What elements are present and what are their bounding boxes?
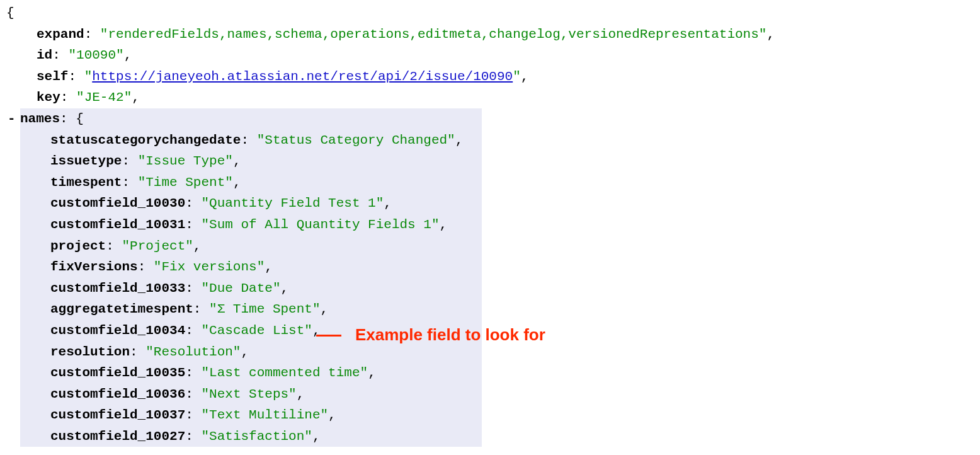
json-key: resolution (50, 345, 130, 359)
json-string: "Time Spent" (138, 175, 233, 190)
json-key: expand (37, 27, 84, 42)
json-key: customfield_10036 (50, 387, 185, 401)
json-key: fixVersions (50, 260, 138, 274)
json-string: "Due Date" (201, 281, 280, 296)
names-row: customfield_10036: "Next Steps", (20, 384, 463, 405)
row-expand: expand: "renderedFields,names,schema,ope… (0, 24, 980, 45)
names-row: aggregatetimespent: "Σ Time Spent", (20, 299, 463, 320)
brace-open: { (0, 3, 980, 24)
names-row: customfield_10035: "Last commented time"… (20, 362, 463, 384)
json-string: "Last commented time" (201, 366, 368, 380)
json-string: "Sum of All Quantity Fields 1" (201, 217, 439, 232)
json-string: "https://janeyeoh.atlassian.net/rest/api… (84, 69, 521, 84)
json-string: "Quantity Field Test 1" (201, 196, 384, 210)
json-string: "Text Multiline" (201, 408, 328, 422)
names-row: customfield_10033: "Due Date", (20, 278, 463, 299)
json-key: customfield_10030 (50, 196, 185, 210)
json-key: customfield_10033 (50, 281, 185, 296)
row-self: self: "https://janeyeoh.atlassian.net/re… (0, 66, 980, 88)
json-string: "Fix versions" (154, 260, 265, 274)
json-string: "Status Category Changed" (257, 133, 455, 147)
json-key: key (37, 90, 60, 105)
collapse-toggle-icon[interactable]: - (8, 108, 16, 130)
json-key: issuetype (50, 154, 122, 168)
json-key: timespent (50, 175, 122, 190)
json-string: "JE-42" (76, 90, 132, 105)
json-string: "Resolution" (145, 345, 241, 359)
json-string: "Cascade List" (201, 323, 312, 338)
json-string: "Project" (122, 239, 193, 253)
names-row: timespent: "Time Spent", (20, 172, 463, 193)
self-link[interactable]: https://janeyeoh.atlassian.net/rest/api/… (92, 69, 513, 84)
names-row: customfield_10027: "Satisfaction", (20, 426, 463, 447)
json-key: aggregatetimespent (50, 302, 193, 316)
names-row: customfield_10031: "Sum of All Quantity … (20, 214, 463, 236)
json-string: "Issue Type" (138, 154, 233, 168)
json-key: customfield_10037 (50, 408, 185, 422)
json-key: customfield_10031 (50, 217, 185, 232)
json-string: "renderedFields,names,schema,operations,… (100, 27, 767, 42)
json-string: "Satisfaction" (201, 429, 312, 444)
row-id: id: "10090", (0, 45, 980, 66)
names-row: resolution: "Resolution", (20, 342, 463, 363)
json-key: names (20, 112, 60, 126)
json-string: "10090" (68, 48, 123, 62)
names-object: names: { statuscategorychangedate: "Stat… (20, 108, 482, 447)
row-names: - names: { statuscategorychangedate: "St… (0, 108, 980, 447)
json-string: "Next Steps" (201, 387, 296, 401)
json-key: customfield_10035 (50, 366, 185, 380)
json-key: project (50, 239, 106, 253)
names-row: fixVersions: "Fix versions", (20, 256, 463, 278)
json-key: id (37, 48, 52, 62)
json-key: statuscategorychangedate (50, 133, 241, 147)
names-row: customfield_10037: "Text Multiline", (20, 405, 463, 426)
json-key: customfield_10027 (50, 429, 185, 444)
json-string: "Σ Time Spent" (209, 302, 320, 316)
row-key: key: "JE-42", (0, 87, 980, 108)
json-key: self (37, 69, 68, 84)
names-header: names: { (20, 112, 84, 126)
names-row: project: "Project", (20, 236, 463, 257)
json-key: customfield_10034 (50, 323, 185, 338)
names-row: issuetype: "Issue Type", (20, 151, 463, 172)
names-row: statuscategorychangedate: "Status Catego… (20, 130, 463, 151)
names-row: customfield_10034: "Cascade List", (20, 320, 463, 342)
json-viewer: { expand: "renderedFields,names,schema,o… (0, 0, 980, 447)
names-row: customfield_10030: "Quantity Field Test … (20, 193, 463, 214)
